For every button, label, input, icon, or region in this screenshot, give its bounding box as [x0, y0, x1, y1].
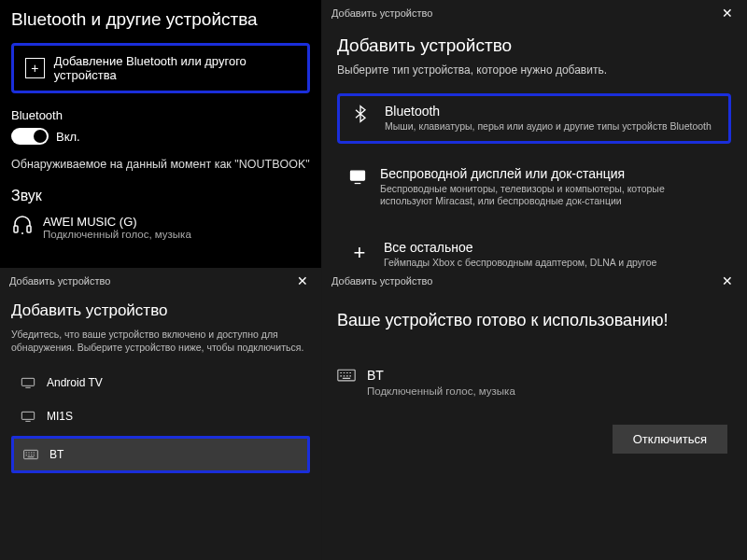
- option-bluetooth-desc: Мыши, клавиатуры, перья или аудио и друг…: [385, 120, 712, 133]
- dialog-hint: Выберите тип устройства, которое нужно д…: [337, 63, 731, 77]
- disconnect-button[interactable]: Отключиться: [613, 425, 727, 454]
- audio-device-row[interactable]: AWEI MUSIC (G) Подключенный голос, музык…: [11, 214, 310, 240]
- audio-device-status: Подключенный голос, музыка: [43, 229, 191, 240]
- bluetooth-icon: [349, 104, 372, 123]
- option-bluetooth[interactable]: Bluetooth Мыши, клавиатуры, перья или ау…: [337, 93, 731, 144]
- dialog-titlebar: Добавить устройство ✕: [322, 0, 746, 24]
- headset-icon: [11, 214, 34, 240]
- ready-device-status: Подключенный голос, музыка: [367, 385, 515, 397]
- close-icon[interactable]: ✕: [291, 272, 314, 290]
- device-item-mi1s[interactable]: MI1S: [11, 402, 310, 430]
- svg-rect-3: [21, 379, 34, 386]
- ready-device-name: BT: [367, 368, 515, 383]
- dialog-heading: Добавить устройство: [11, 301, 310, 320]
- device-item-label: MI1S: [47, 410, 73, 423]
- bluetooth-toggle[interactable]: [11, 128, 49, 145]
- close-icon[interactable]: ✕: [716, 272, 739, 290]
- dialog-hint: Убедитесь, что ваше устройство включено …: [11, 328, 310, 354]
- bluetooth-label: Bluetooth: [11, 108, 310, 122]
- plus-icon: +: [348, 240, 371, 265]
- sound-heading: Звук: [11, 188, 310, 204]
- svg-rect-2: [351, 171, 365, 180]
- option-wireless-display[interactable]: Беспроводной дисплей или док-станция Бес…: [337, 157, 731, 217]
- svg-rect-1: [27, 226, 31, 232]
- plus-icon: +: [25, 58, 45, 78]
- option-wireless-title: Беспроводной дисплей или док-станция: [380, 166, 720, 181]
- device-item-android-tv[interactable]: Android TV: [11, 369, 310, 397]
- device-item-label: Android TV: [47, 376, 103, 389]
- ready-device-row: BT Подключенный голос, музыка: [337, 368, 731, 397]
- audio-device-name: AWEI MUSIC (G): [43, 215, 191, 229]
- display-icon: [21, 410, 37, 423]
- add-device-label: Добавление Bluetooth или другого устройс…: [54, 54, 296, 82]
- add-device-discover-dialog: Добавить устройство ✕ Добавить устройств…: [0, 268, 322, 560]
- option-bluetooth-title: Bluetooth: [385, 104, 712, 119]
- add-device-button[interactable]: + Добавление Bluetooth или другого устро…: [11, 43, 310, 93]
- dialog-titlebar: Добавить устройство ✕: [322, 268, 746, 292]
- discoverable-text: Обнаруживаемое на данный момент как "NOU…: [11, 158, 310, 171]
- page-title: Bluetooth и другие устройства: [11, 9, 310, 30]
- svg-rect-6: [338, 370, 355, 381]
- add-device-type-dialog: Добавить устройство ✕ Добавить устройств…: [322, 0, 747, 268]
- svg-rect-5: [24, 451, 38, 459]
- option-wireless-desc: Беспроводные мониторы, телевизоры и комп…: [380, 183, 720, 208]
- svg-rect-4: [21, 413, 34, 420]
- keyboard-icon: [23, 448, 40, 461]
- device-ready-dialog: Добавить устройство ✕ Ваше устройство го…: [322, 268, 747, 560]
- keyboard-icon: [337, 368, 356, 386]
- settings-bluetooth-panel: Bluetooth и другие устройства + Добавлен…: [0, 0, 322, 268]
- bluetooth-toggle-state: Вкл.: [56, 130, 80, 144]
- bluetooth-toggle-row: Вкл.: [11, 128, 310, 145]
- dialog-title: Добавить устройство: [331, 275, 432, 287]
- device-item-bt[interactable]: BT: [11, 436, 310, 473]
- dialog-title: Добавить устройство: [331, 7, 432, 19]
- display-icon: [348, 166, 367, 186]
- dialog-titlebar: Добавить устройство ✕: [0, 268, 321, 292]
- ready-heading: Ваше устройство готово к использованию!: [337, 311, 731, 330]
- close-icon[interactable]: ✕: [716, 4, 739, 22]
- dialog-heading: Добавить устройство: [337, 35, 731, 56]
- dialog-title: Добавить устройство: [9, 275, 110, 287]
- option-else-title: Все остальное: [384, 240, 656, 255]
- display-icon: [21, 376, 37, 389]
- device-item-label: BT: [49, 448, 63, 461]
- svg-rect-0: [14, 226, 18, 232]
